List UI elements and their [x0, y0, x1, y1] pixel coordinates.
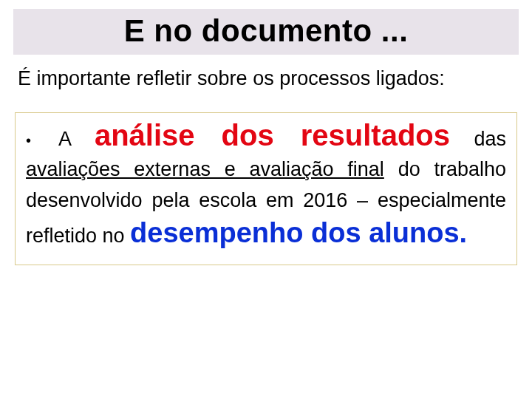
- bullet-line: • A análise dos resultados das: [26, 120, 506, 154]
- content-box: • A análise dos resultados das avaliaçõe…: [15, 112, 517, 265]
- highlight-red: análise dos resultados: [95, 119, 450, 151]
- bullet-prefix: A: [58, 128, 71, 150]
- intro-text: É importante refletir sobre os processos…: [13, 65, 519, 92]
- slide-title: E no documento ...: [13, 13, 519, 49]
- title-bar: E no documento ...: [13, 9, 519, 55]
- paragraph: avaliações externas e avaliação final do…: [26, 154, 506, 252]
- bullet-marker: •: [26, 132, 35, 149]
- highlight-blue: desempenho dos alunos.: [130, 217, 467, 248]
- bullet-suffix: das: [474, 128, 506, 150]
- underlined-text: avaliações externas e avaliação final: [26, 158, 384, 180]
